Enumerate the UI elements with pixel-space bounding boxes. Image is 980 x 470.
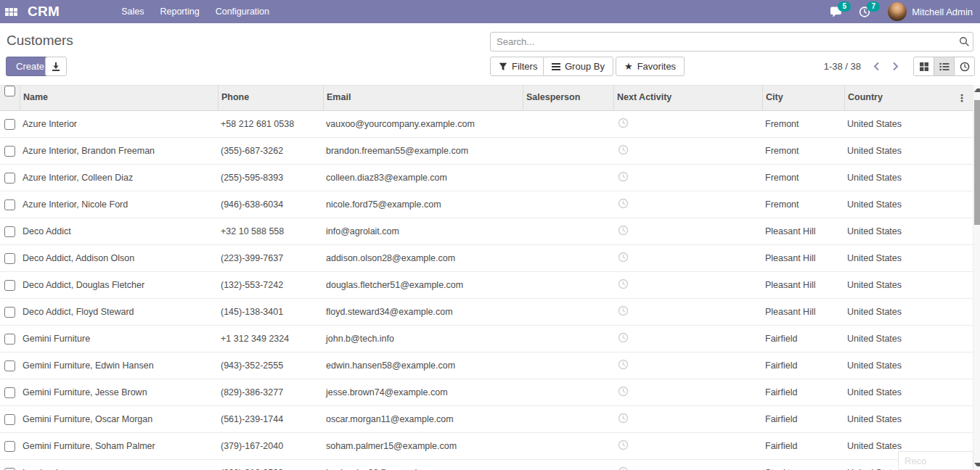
scrollbar-thumb[interactable] — [974, 100, 980, 225]
row-checkbox[interactable] — [4, 146, 15, 157]
row-checkbox[interactable] — [4, 280, 15, 291]
cell-name: Azure Interior, Colleen Diaz — [20, 173, 218, 183]
cell-city: Fairfield — [762, 414, 844, 424]
cell-country: United States — [844, 387, 923, 397]
next-activity-clock-icon[interactable] — [618, 198, 629, 209]
table-row[interactable]: Lumber Inc (828)-316-0593 lumber-inv92@e… — [0, 460, 973, 470]
activities-button[interactable]: 7 — [859, 5, 873, 18]
cell-country: United States — [844, 199, 923, 210]
next-activity-clock-icon[interactable] — [618, 386, 629, 397]
row-checkbox[interactable] — [4, 387, 15, 398]
cell-city: Fairfield — [762, 334, 844, 344]
row-checkbox[interactable] — [4, 334, 15, 345]
app-brand[interactable]: CRM — [28, 4, 60, 20]
cell-email: brandon.freeman55@example.com — [323, 146, 523, 156]
cell-email: oscar.morgan11@example.com — [323, 414, 523, 424]
menu-configuration[interactable]: Configuration — [208, 0, 277, 23]
cell-email: jesse.brown74@example.com — [323, 387, 523, 397]
next-activity-clock-icon[interactable] — [618, 332, 629, 343]
table-row[interactable]: Azure Interior, Nicole Ford (946)-638-60… — [0, 191, 973, 218]
table-row[interactable]: Gemini Furniture, Oscar Morgan (561)-239… — [0, 406, 973, 433]
next-activity-clock-icon[interactable] — [618, 118, 629, 128]
next-activity-clock-icon[interactable] — [618, 440, 629, 450]
column-header-email[interactable]: Email — [323, 86, 523, 110]
cell-country: United States — [844, 414, 923, 424]
group-by-button[interactable]: Group By — [543, 57, 613, 76]
row-checkbox[interactable] — [4, 199, 15, 210]
row-checkbox[interactable] — [4, 360, 15, 371]
next-activity-clock-icon[interactable] — [618, 252, 629, 263]
scrollbar-up-arrow[interactable] — [974, 88, 980, 92]
cell-email: vauxoo@yourcompany.example.com — [323, 119, 523, 129]
next-activity-clock-icon[interactable] — [618, 171, 629, 182]
column-options-button[interactable]: ⋮ — [955, 93, 968, 103]
cell-country: United States — [844, 173, 923, 183]
table-row[interactable]: Deco Addict, Floyd Steward (145)-138-340… — [0, 299, 973, 326]
cell-phone: (561)-239-1744 — [218, 414, 323, 424]
search-icon[interactable] — [955, 36, 973, 47]
select-all-checkbox[interactable] — [4, 86, 15, 96]
row-checkbox[interactable] — [4, 119, 15, 130]
column-header-next-activity[interactable]: Next Activity — [613, 86, 762, 110]
row-checkbox[interactable] — [4, 226, 15, 237]
cell-phone: +1 312 349 2324 — [218, 334, 323, 344]
filters-button[interactable]: Filters — [490, 57, 546, 76]
search-input[interactable] — [491, 36, 955, 47]
table-row[interactable]: Deco Addict +32 10 588 558 info@agrolait… — [0, 218, 973, 245]
cell-email: addison.olson28@example.com — [323, 253, 523, 263]
table-row[interactable]: Azure Interior +58 212 681 0538 vauxoo@y… — [0, 111, 973, 138]
row-checkbox[interactable] — [4, 253, 15, 264]
messages-button[interactable]: 5 — [830, 5, 844, 18]
table-row[interactable]: Azure Interior, Brandon Freeman (355)-68… — [0, 138, 973, 165]
cell-city: Fremont — [762, 199, 844, 210]
cell-phone: (379)-167-2040 — [218, 441, 323, 451]
table-row[interactable]: Gemini Furniture, Jesse Brown (829)-386-… — [0, 379, 973, 406]
table-row[interactable]: Deco Addict, Douglas Fletcher (132)-553-… — [0, 272, 973, 299]
pager-previous-button[interactable] — [870, 57, 883, 76]
column-header-phone[interactable]: Phone — [218, 86, 323, 110]
user-name: Mitchell Admin — [912, 7, 973, 17]
export-button[interactable] — [45, 57, 67, 76]
column-header-salesperson[interactable]: Salesperson — [523, 86, 613, 110]
column-header-name[interactable]: Name — [20, 86, 218, 110]
apps-menu-button[interactable] — [0, 0, 22, 23]
cell-name: Gemini Furniture, Soham Palmer — [20, 441, 218, 451]
table-row[interactable]: Gemini Furniture +1 312 349 2324 john.b@… — [0, 326, 973, 352]
row-checkbox[interactable] — [4, 441, 15, 452]
column-header-city[interactable]: City — [762, 86, 844, 110]
row-checkbox[interactable] — [4, 173, 15, 184]
next-activity-clock-icon[interactable] — [618, 144, 629, 155]
cell-city: Fremont — [762, 146, 844, 156]
cell-city: Pleasant Hill — [762, 280, 844, 290]
favorites-label: Favorites — [637, 61, 676, 72]
vertical-scrollbar[interactable] — [973, 85, 980, 470]
next-activity-clock-icon[interactable] — [618, 225, 629, 236]
cell-name: Gemini Furniture, Oscar Morgan — [20, 414, 218, 424]
table-row[interactable]: Gemini Furniture, Soham Palmer (379)-167… — [0, 433, 973, 460]
next-activity-clock-icon[interactable] — [618, 466, 629, 470]
table-row[interactable]: Gemini Furniture, Edwin Hansen (943)-352… — [0, 352, 973, 379]
next-activity-clock-icon[interactable] — [618, 305, 629, 316]
row-checkbox[interactable] — [4, 414, 15, 425]
cell-name: Deco Addict, Douglas Fletcher — [20, 280, 218, 290]
row-checkbox[interactable] — [4, 468, 15, 470]
pager-range[interactable]: 1-38 / 38 — [806, 57, 861, 76]
next-activity-clock-icon[interactable] — [618, 279, 629, 289]
activity-view-button[interactable] — [954, 57, 974, 75]
scrollbar-down-arrow[interactable] — [974, 463, 980, 466]
column-header-country[interactable]: Country — [844, 86, 923, 110]
menu-reporting[interactable]: Reporting — [152, 0, 207, 23]
table-header: Name Phone Email Salesperson Next Activi… — [0, 85, 973, 111]
list-view-button[interactable] — [934, 57, 954, 75]
kanban-view-button[interactable] — [914, 57, 934, 75]
cell-name: Gemini Furniture, Jesse Brown — [20, 387, 218, 397]
favorites-button[interactable]: ★ Favorites — [616, 57, 685, 76]
row-checkbox[interactable] — [4, 307, 15, 318]
next-activity-clock-icon[interactable] — [618, 359, 629, 370]
table-row[interactable]: Azure Interior, Colleen Diaz (255)-595-8… — [0, 165, 973, 191]
table-row[interactable]: Deco Addict, Addison Olson (223)-399-763… — [0, 245, 973, 272]
menu-sales[interactable]: Sales — [113, 0, 152, 23]
pager-next-button[interactable] — [889, 57, 902, 76]
next-activity-clock-icon[interactable] — [618, 413, 629, 424]
user-menu-button[interactable]: Mitchell Admin — [888, 2, 973, 21]
